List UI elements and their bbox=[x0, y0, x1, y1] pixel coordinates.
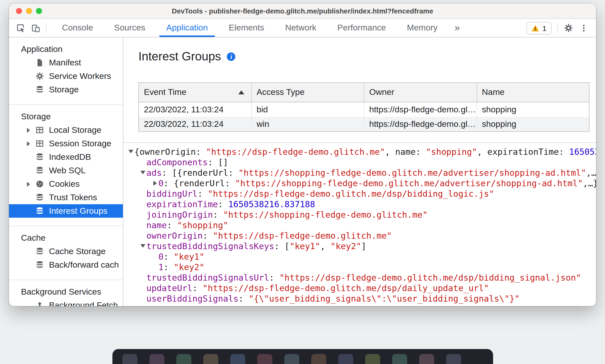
expanded-arrow-icon[interactable] bbox=[139, 244, 146, 248]
tree-token: { bbox=[134, 147, 140, 157]
tree-token: renderUrl bbox=[179, 178, 225, 188]
close-button[interactable] bbox=[16, 8, 22, 14]
expand-arrow-icon[interactable] bbox=[25, 141, 31, 146]
table-icon bbox=[35, 126, 45, 134]
tree-token: "https://dsp-fledge-demo.glitch.me/dsp/b… bbox=[208, 188, 494, 198]
table-row[interactable]: 22/03/2022, 11:03:24winhttps://dsp-fledg… bbox=[139, 117, 589, 132]
window-title: DevTools - publisher-fledge-demo.glitch.… bbox=[172, 7, 433, 15]
tree-line: trustedBiddingSignalsKeys: ["key1", "key… bbox=[123, 241, 596, 251]
dock-icon bbox=[338, 354, 353, 364]
sidebar-item-cache-storage[interactable]: Cache Storage bbox=[9, 245, 123, 258]
tree-token: adComponents bbox=[146, 157, 208, 167]
device-toolbar-icon bbox=[31, 24, 40, 32]
sidebar-section-background-services: Background ServicesBackground Fetch bbox=[9, 280, 123, 306]
tree-token: : bbox=[238, 293, 249, 303]
dock-icon bbox=[230, 354, 245, 364]
tree-token: , bbox=[477, 147, 487, 157]
sidebar-item-cookies[interactable]: Cookies bbox=[9, 177, 123, 191]
titlebar: DevTools - publisher-fledge-demo.glitch.… bbox=[9, 3, 596, 19]
tree-token: : bbox=[225, 178, 235, 188]
database-icon bbox=[35, 247, 45, 256]
sidebar-item-session-storage[interactable]: Session Storage bbox=[9, 137, 123, 150]
tree-token: : bbox=[164, 251, 174, 261]
sidebar-item-trust-tokens[interactable]: Trust Tokens bbox=[9, 191, 123, 204]
expanded-arrow-icon[interactable] bbox=[139, 171, 146, 174]
tab-elements[interactable]: Elements bbox=[218, 19, 275, 37]
tree-token: : bbox=[213, 209, 223, 219]
dock-icon bbox=[419, 354, 434, 364]
sidebar-item-interest-groups[interactable]: Interest Groups bbox=[9, 204, 123, 218]
sidebar-section-header-application: Application bbox=[9, 42, 123, 56]
tree-token: : bbox=[164, 262, 174, 272]
table-row[interactable]: 22/03/2022, 11:03:24bidhttps://dsp-fledg… bbox=[139, 102, 589, 117]
tree-line: 0: "key1" bbox=[123, 251, 596, 262]
warning-badge[interactable]: 1 bbox=[526, 22, 552, 34]
page-title: Interest Groups bbox=[138, 49, 221, 63]
column-header-access-type[interactable]: Access Type bbox=[251, 83, 364, 102]
expand-arrow-icon[interactable] bbox=[25, 182, 31, 186]
tab-network[interactable]: Network bbox=[275, 19, 327, 37]
tree-line: updateUrl: "https://dsp-fledge-demo.glit… bbox=[123, 283, 596, 293]
tab-memory[interactable]: Memory bbox=[396, 19, 448, 37]
tree-token: "key1" bbox=[174, 251, 204, 261]
sidebar-item-label: Background Fetch bbox=[49, 300, 118, 306]
info-icon[interactable] bbox=[227, 52, 236, 61]
sidebar-item-background-fetch[interactable]: Background Fetch bbox=[9, 299, 123, 306]
sidebar-section-storage: StorageLocal StorageSession StorageIndex… bbox=[9, 105, 123, 226]
dock-icon bbox=[284, 354, 299, 364]
tree-token: 1 bbox=[158, 262, 164, 272]
tree-token: "https://dsp-fledge-demo.glitch.me/dsp/b… bbox=[279, 272, 581, 282]
tree-line: ads: [{renderUrl: "https://shopping-fled… bbox=[123, 167, 596, 178]
column-header-event-time[interactable]: Event Time bbox=[139, 83, 251, 102]
panel-header: Interest Groups bbox=[138, 49, 596, 63]
expanded-arrow-icon[interactable] bbox=[127, 150, 134, 153]
tree-token: : bbox=[198, 188, 208, 198]
database-icon bbox=[35, 261, 45, 269]
sidebar-item-local-storage[interactable]: Local Storage bbox=[9, 123, 123, 137]
tree-token: 0 bbox=[158, 251, 164, 261]
tree-token: "https://shopping-fledge-demo.glitch.me/… bbox=[239, 168, 586, 178]
tree-line: joiningOrigin: "https://shopping-fledge-… bbox=[123, 209, 596, 220]
sidebar-item-web-sql[interactable]: Web SQL bbox=[9, 164, 123, 177]
tree-token: ] bbox=[361, 241, 366, 251]
tab-performance[interactable]: Performance bbox=[327, 19, 396, 37]
tab-sources[interactable]: Sources bbox=[104, 19, 156, 37]
collapsed-arrow-icon[interactable] bbox=[151, 181, 158, 185]
sidebar-item-label: Cookies bbox=[49, 179, 80, 189]
tree-token: trustedBiddingSignalsKeys bbox=[146, 241, 274, 251]
tree-token: "https://shopping-fledge-demo.glitch.me" bbox=[223, 209, 428, 219]
sidebar-item-service-workers[interactable]: Service Workers bbox=[9, 69, 123, 83]
desktop: DevTools - publisher-fledge-demo.glitch.… bbox=[0, 0, 605, 364]
tree-line: adComponents: [] bbox=[123, 157, 596, 167]
tree-token: : bbox=[218, 199, 228, 209]
tree-token: [{ bbox=[172, 168, 182, 178]
more-tabs-button[interactable]: » bbox=[448, 19, 466, 37]
sidebar-section-header-storage: Storage bbox=[9, 110, 123, 123]
expand-arrow-icon[interactable] bbox=[25, 128, 31, 133]
tree-token: ,…} bbox=[583, 178, 596, 188]
sidebar-item-label: Trust Tokens bbox=[49, 192, 97, 202]
dock[interactable] bbox=[112, 349, 493, 364]
dock-icon bbox=[176, 354, 191, 364]
tab-application[interactable]: Application bbox=[156, 19, 218, 37]
sidebar-item-label: IndexedDB bbox=[49, 152, 91, 162]
sidebar-item-manifest[interactable]: Manifest bbox=[9, 56, 123, 69]
column-header-owner[interactable]: Owner bbox=[364, 83, 477, 102]
tree-token: renderUrl bbox=[182, 168, 228, 178]
column-header-name[interactable]: Name bbox=[477, 83, 589, 102]
dock-icon bbox=[257, 354, 272, 364]
tab-console[interactable]: Console bbox=[51, 19, 104, 37]
sidebar-item-indexeddb[interactable]: IndexedDB bbox=[9, 150, 123, 164]
sidebar-item-back-forward-cach[interactable]: Back/forward cach bbox=[9, 258, 123, 272]
zoom-button[interactable] bbox=[36, 8, 42, 14]
sidebar-item-label: Interest Groups bbox=[49, 206, 107, 216]
inspect-button[interactable] bbox=[13, 21, 28, 35]
settings-button[interactable] bbox=[561, 21, 576, 35]
tree-token: ownerOrigin bbox=[146, 230, 203, 240]
menu-button[interactable] bbox=[576, 21, 591, 35]
device-toolbar-button[interactable] bbox=[28, 21, 43, 35]
sidebar-item-storage[interactable]: Storage bbox=[9, 83, 123, 96]
sidebar-section-application: ApplicationManifestService WorkersStorag… bbox=[9, 42, 123, 105]
tree-token: : bbox=[269, 272, 279, 282]
minimize-button[interactable] bbox=[26, 8, 32, 14]
